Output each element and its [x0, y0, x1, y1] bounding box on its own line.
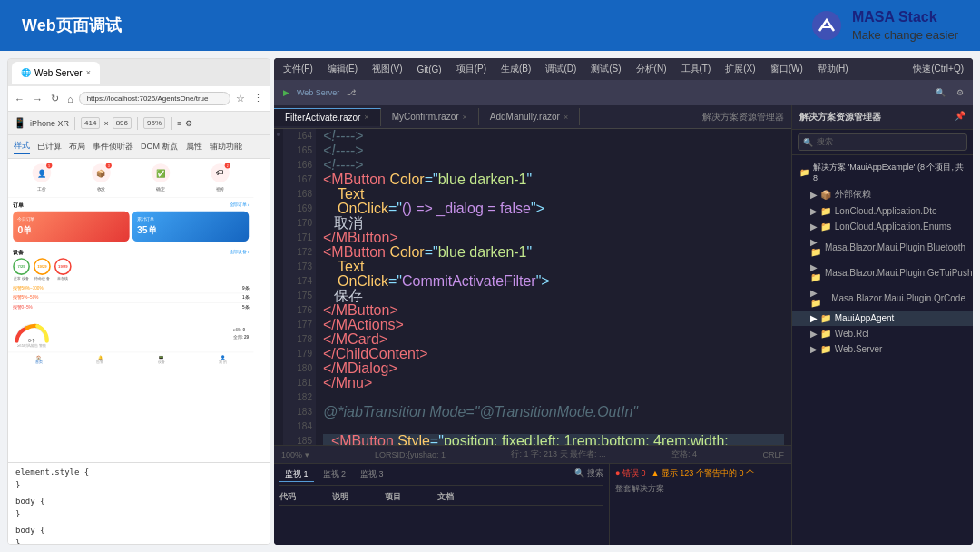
devtools-tab-styles[interactable]: 样式	[14, 140, 30, 154]
menu-help[interactable]: 帮助(H)	[814, 61, 852, 77]
back-button[interactable]: ←	[12, 92, 27, 106]
menu-window[interactable]: 窗口(W)	[767, 61, 807, 77]
mobile-nav-label-queding: 确定	[156, 187, 164, 192]
total-order-label: 累计订单	[137, 216, 244, 222]
devtools-tab-layout[interactable]: 布局	[69, 141, 85, 153]
order-section-title: 订单	[13, 202, 23, 209]
height-input[interactable]: 896	[113, 117, 132, 129]
tab-close-filter[interactable]: ×	[364, 113, 368, 122]
devtools-tab-computed[interactable]: 已计算	[37, 141, 62, 153]
panel-manager-btn[interactable]: 解决方案资源管理器	[695, 107, 791, 127]
home-button[interactable]: ⌂	[64, 92, 76, 106]
tab-myconfirm[interactable]: MyConfirm.razor ×	[381, 108, 479, 125]
watch-tab-3[interactable]: 监视 3	[355, 468, 389, 482]
bottom-nav-user[interactable]: 👤我的	[219, 355, 226, 364]
solution-label: 解决方案 'MauiAppExample' (8 个项目, 共 8	[813, 162, 965, 182]
file-item-dto[interactable]: ▶ 📁 LonCloud.Application.Dto	[792, 203, 973, 219]
mobile-nav-queding[interactable]: ✅ 确定	[152, 163, 171, 192]
devtools-styles-panel: element.style { } body { } body { } html…	[8, 462, 270, 544]
webserver-icon: ▶ 📁	[810, 344, 831, 354]
device-all-link[interactable]: 全部设备 ›	[230, 249, 250, 256]
settings-icon[interactable]: ⚙	[185, 119, 192, 128]
file-item-maui-agent[interactable]: ▶ 📁 MauiAppAgent	[792, 310, 973, 326]
editor-main: FilterActivate.razor × MyConfirm.razor ×…	[274, 105, 973, 545]
menu-git[interactable]: Git(G)	[413, 63, 445, 76]
line-numbers: 164165166167168 169170171172173 17417517…	[283, 129, 316, 445]
explorer-header: 解决方案资源管理器 📌	[792, 105, 973, 130]
mobile-nav-label-gongzi: 工价	[37, 187, 45, 192]
bluetooth-icon: ▶ 📁	[810, 237, 821, 257]
menu-project[interactable]: 项目(P)	[453, 61, 490, 77]
git-icon[interactable]: ⎇	[343, 86, 359, 99]
file-item-qrcode[interactable]: ▶ 📁 Masa.Blazor.Maui.Plugin.QrCode	[792, 285, 973, 310]
mobile-nav-zuchuan[interactable]: 🏷 2 祖传	[211, 163, 230, 192]
cursor-info: LORSID:{yushao: 1	[375, 450, 446, 459]
menu-edit[interactable]: 编辑(E)	[324, 61, 361, 77]
tab-close-myconfirm[interactable]: ×	[463, 113, 467, 122]
webrcl-icon: ▶ 📁	[810, 329, 831, 339]
devtools-tab-accessibility[interactable]: 辅助功能	[210, 141, 242, 153]
gauge-section: 0个 ≥65时风险告警数 ≥65: 0 全部: 29	[8, 316, 253, 352]
file-item-bluetooth[interactable]: ▶ 📁 Masa.Blazor.Maui.Plugin.Bluetooth	[792, 234, 973, 260]
file-item-external[interactable]: ▶ 📦 外部依赖	[792, 185, 973, 203]
mobile-nav-shougong[interactable]: 📦 3 收发	[92, 163, 111, 192]
forward-button[interactable]: →	[30, 92, 45, 106]
debug-play-btn[interactable]: ▶	[279, 86, 293, 99]
device-warn-value: 19/29	[34, 258, 51, 275]
tab-addmanully[interactable]: AddManully.razor ×	[479, 108, 580, 125]
external-deps-label: 外部依赖	[835, 188, 871, 201]
bottom-nav-alert[interactable]: 🔔告警	[96, 355, 103, 364]
tab-filter-activate[interactable]: FilterActivate.razor ×	[274, 108, 381, 126]
watch-tab-1[interactable]: 监视 1	[279, 468, 314, 482]
browser-tab-webserver[interactable]: 🌐 Web Server ×	[12, 62, 100, 84]
menu-debug[interactable]: 调试(D)	[542, 61, 580, 77]
watch-col-val: 说明	[332, 491, 348, 503]
file-item-webrcl[interactable]: ▶ 📁 Web.Rcl	[792, 326, 973, 341]
bottom-nav-device[interactable]: 📟设备	[158, 355, 165, 364]
more-button[interactable]: ⋮	[250, 91, 266, 106]
menu-view[interactable]: 视图(V)	[368, 61, 406, 77]
device-error-value: 19/29	[54, 258, 72, 275]
width-input[interactable]: 414	[81, 117, 100, 129]
devtools-tab-props[interactable]: 属性	[186, 141, 202, 153]
tab-close-icon[interactable]: ×	[86, 68, 91, 77]
order-all-link[interactable]: 全部订单 ›	[230, 202, 250, 208]
dimension-separator: ×	[103, 119, 108, 128]
masa-logo-icon	[810, 9, 843, 42]
zoom-control[interactable]: 95%	[143, 117, 165, 129]
menu-test[interactable]: 测试(S)	[587, 61, 624, 77]
code-lines[interactable]: <!----> <!----> <!----> <MButton Color="…	[316, 129, 791, 445]
explorer-pin-btn[interactable]: 📌	[955, 111, 965, 121]
browser-nav-bar: ← → ↻ ⌂ https://localhost:7026/AgentsOne…	[8, 86, 270, 112]
menu-ext[interactable]: 扩展(X)	[721, 61, 759, 77]
tab-close-addmanully[interactable]: ×	[564, 113, 568, 122]
gauge-svg: 0个	[13, 320, 51, 343]
file-item-getui[interactable]: ▶ 📁 Masa.Blazor.Maui.Plugin.GeTuiPushBin…	[792, 260, 973, 285]
mobile-nav-gongzi[interactable]: 👤 5 工价	[33, 163, 52, 192]
refresh-button[interactable]: ↻	[48, 91, 62, 106]
devtools-tab-dom[interactable]: DOM 断点	[141, 141, 179, 153]
style-line-5: body {	[15, 524, 262, 537]
bottom-nav-home[interactable]: 🏠首页	[35, 355, 43, 364]
file-item-enums[interactable]: ▶ 📁 LonCloud.Application.Enums	[792, 219, 973, 234]
watch-tab-2[interactable]: 监视 2	[318, 468, 352, 482]
menu-analyze[interactable]: 分析(N)	[632, 61, 671, 77]
menu-build[interactable]: 生成(B)	[497, 61, 534, 77]
devtools-tab-events[interactable]: 事件侦听器	[93, 141, 133, 153]
alert-label-2: 报警5%~50%	[13, 295, 38, 301]
url-bar[interactable]: https://localhost:7026/AgentsOne/true	[79, 92, 230, 105]
explorer-search-placeholder[interactable]: 搜索	[817, 136, 833, 148]
menu-file[interactable]: 文件(F)	[279, 61, 317, 77]
spaces-info: 空格: 4	[671, 448, 697, 460]
watch-search[interactable]: 🔍 搜索	[574, 468, 603, 482]
explorer-search-area: 🔍 搜索	[792, 130, 973, 155]
search-toolbar-icon[interactable]: 🔍	[932, 86, 949, 99]
logo-text-block: MASA Stack Make change easier	[852, 7, 958, 44]
settings-toolbar-btn[interactable]: ⚙	[953, 86, 967, 99]
file-item-webserver[interactable]: ▶ 📁 Web.Server	[792, 341, 973, 357]
logo-subtitle: Make change easier	[852, 28, 958, 42]
menu-tools[interactable]: 工具(T)	[678, 61, 715, 77]
menu-quick[interactable]: 快速(Ctrl+Q)	[909, 61, 967, 77]
bookmark-button[interactable]: ☆	[233, 91, 248, 106]
file-item-solution[interactable]: 📁 解决方案 'MauiAppExample' (8 个项目, 共 8	[792, 159, 973, 185]
